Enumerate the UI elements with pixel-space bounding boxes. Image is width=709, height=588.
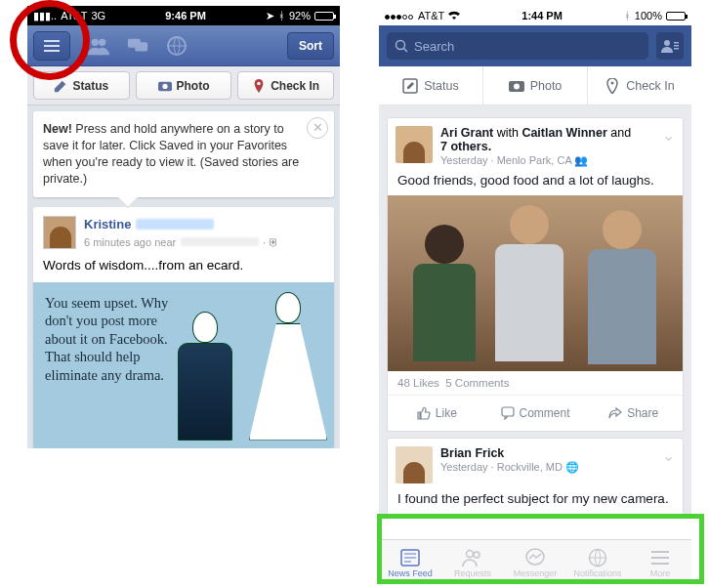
chevron-down-icon[interactable]: ⌄ — [662, 446, 675, 465]
svg-rect-13 — [674, 48, 679, 50]
story-header: Ari Grant with Caitlan Winner and 7 othe… — [388, 118, 683, 173]
hamburger-menu-button[interactable] — [33, 31, 70, 61]
share-icon — [608, 406, 622, 420]
tip-new-label: New! — [43, 122, 72, 136]
coauthor-name[interactable]: Caitlan Winner — [521, 126, 606, 140]
feed-story[interactable]: Kristine 6 minutes ago near · ⛨ Words of… — [33, 207, 334, 448]
friends-privacy-icon: 👥 — [574, 154, 588, 166]
story-stats[interactable]: 48 Likes 5 Comments — [388, 371, 683, 396]
tab-label: Messenger — [514, 568, 558, 578]
photo-button-label: Photo — [177, 79, 210, 93]
status-bar: ▮▮▮.. AT&T 3G 9:46 PM ➤ ᚼ 92% — [27, 6, 340, 25]
story-image-ecard[interactable]: You seem upset. Why don't you post more … — [33, 282, 334, 448]
avatar[interactable] — [43, 216, 76, 249]
story-photo[interactable] — [388, 195, 683, 371]
feed-story[interactable]: Ari Grant with Caitlan Winner and 7 othe… — [387, 117, 684, 432]
feed-story[interactable]: Brian Frick Yesterday · Rockville, MD 🌐 … — [387, 438, 684, 514]
photo-button[interactable]: Photo — [136, 71, 232, 100]
svg-point-10 — [664, 40, 670, 46]
author-name[interactable]: Brian Frick — [440, 446, 504, 460]
compose-icon — [402, 78, 418, 94]
svg-point-24 — [474, 552, 480, 558]
svg-point-6 — [162, 83, 167, 88]
wifi-icon — [448, 11, 460, 21]
story-text: Words of wisdom....from an ecard. — [43, 258, 324, 273]
search-input[interactable]: Search — [387, 32, 648, 60]
tab-notifications[interactable]: Notifications — [566, 540, 629, 584]
requests-icon — [462, 547, 483, 568]
author-name[interactable]: Kristine — [84, 217, 131, 231]
photo-person — [578, 210, 666, 371]
status-button[interactable]: Status — [33, 71, 130, 100]
photo-person — [405, 225, 483, 371]
pin-icon — [252, 79, 266, 93]
tab-more[interactable]: More — [629, 540, 691, 584]
phone-new-fb: AT&T 1:44 PM ᚼ 100% Search Status Photo — [379, 6, 691, 584]
like-button[interactable]: Like — [388, 396, 486, 431]
status-button-label: Status — [72, 79, 108, 93]
svg-point-8 — [396, 41, 405, 50]
comment-button[interactable]: Comment — [486, 396, 585, 431]
story-timestamp: Yesterday — [440, 461, 488, 473]
svg-rect-18 — [502, 407, 514, 416]
battery-percent: 100% — [635, 10, 662, 21]
story-header: Kristine 6 minutes ago near · ⛨ — [43, 215, 324, 250]
story-timestamp: Yesterday — [440, 154, 488, 166]
sort-button[interactable]: Sort — [287, 32, 334, 60]
share-button[interactable]: Share — [584, 396, 683, 431]
account-button[interactable] — [656, 32, 684, 60]
avatar[interactable] — [396, 126, 433, 163]
battery-percent: 92% — [289, 10, 311, 21]
composer-actions: Status Photo Check In — [379, 66, 691, 105]
globe-icon — [588, 547, 607, 568]
svg-point-17 — [611, 81, 614, 84]
photo-person — [485, 205, 573, 371]
location-icon: ➤ — [266, 10, 274, 22]
feed-body: New! Press and hold anywhere on a story … — [27, 105, 340, 448]
clock-label: 1:44 PM — [460, 10, 624, 21]
tab-requests[interactable]: Requests — [441, 540, 504, 584]
author-name[interactable]: Ari Grant — [440, 126, 493, 140]
search-icon — [395, 39, 408, 53]
story-text: I found the perfect subject for my new c… — [388, 489, 683, 514]
svg-point-1 — [99, 38, 105, 45]
save-story-tip: New! Press and hold anywhere on a story … — [33, 111, 334, 197]
story-timestamp: 6 minutes ago near — [84, 236, 176, 248]
ecard-figure-man — [166, 312, 244, 448]
feed-body: Ari Grant with Caitlan Winner and 7 othe… — [379, 105, 691, 514]
status-button[interactable]: Status — [379, 66, 483, 105]
camera-icon — [509, 78, 524, 94]
checkin-button[interactable]: Check In — [237, 71, 334, 100]
tab-news-feed[interactable]: News Feed — [379, 540, 441, 584]
others-link[interactable]: 7 others. — [440, 140, 491, 153]
checkin-button-label: Check In — [271, 79, 319, 93]
story-text: Good friends, good food and a lot of lau… — [388, 173, 683, 195]
photo-button[interactable]: Photo — [483, 66, 588, 105]
tab-messenger[interactable]: Messenger — [504, 540, 566, 584]
checkin-button[interactable]: Check In — [588, 66, 691, 105]
like-icon — [417, 406, 431, 420]
comment-icon — [501, 406, 515, 420]
story-header: Brian Frick Yesterday · Rockville, MD 🌐 … — [388, 439, 683, 489]
likes-count: 48 Likes — [397, 377, 439, 389]
friends-icon[interactable] — [88, 36, 109, 56]
chevron-down-icon[interactable]: ⌄ — [662, 126, 675, 145]
bluetooth-icon: ᚼ — [624, 10, 631, 21]
tab-label: Requests — [454, 568, 491, 578]
tip-text: Press and hold anywhere on a story to sa… — [43, 122, 299, 186]
messages-icon[interactable] — [127, 36, 148, 56]
tab-label: Notifications — [573, 568, 621, 578]
privacy-icon: · ⛨ — [263, 236, 279, 248]
news-feed-icon — [399, 547, 421, 568]
nav-bar: Sort — [27, 25, 340, 66]
composer-actions: Status Photo Check In — [27, 66, 340, 105]
battery-icon — [314, 12, 334, 21]
svg-point-16 — [514, 83, 520, 89]
avatar[interactable] — [396, 446, 433, 483]
globe-icon[interactable] — [166, 36, 188, 56]
public-privacy-icon: 🌐 — [565, 461, 579, 473]
tip-close-button[interactable]: ✕ — [307, 117, 328, 139]
location-redacted — [181, 237, 259, 246]
tab-label: More — [650, 568, 671, 578]
bluetooth-icon: ᚼ — [278, 10, 285, 21]
